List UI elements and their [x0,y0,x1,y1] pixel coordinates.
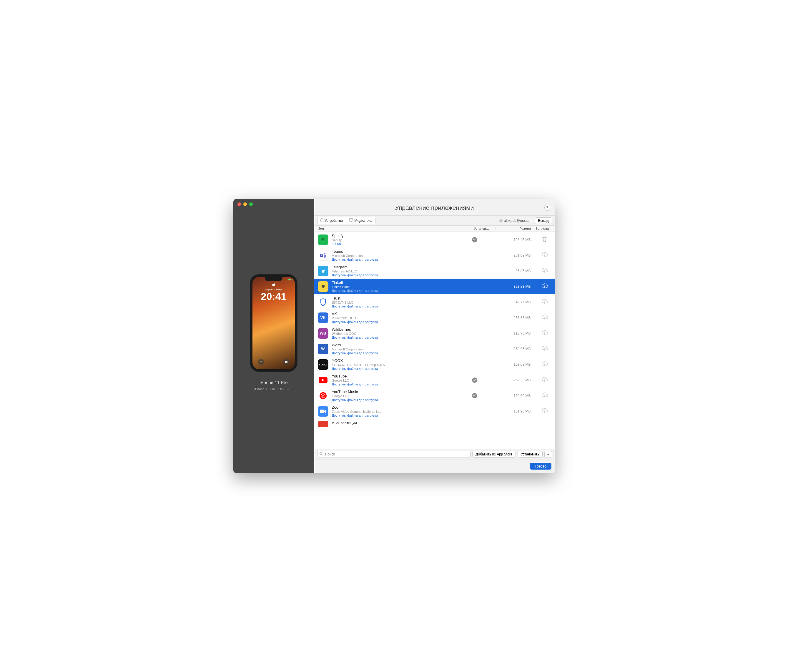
app-name: YouTube [332,374,472,378]
app-publisher: Wildberries OOO [332,332,472,335]
cloud-download-icon[interactable] [540,361,548,368]
device-name: iPhone 11 Pro [259,380,288,385]
cloud-download-icon[interactable] [540,330,548,337]
done-button[interactable]: Готово [530,463,551,470]
app-version-link[interactable]: 8.7.68 [332,242,472,246]
device-tab[interactable]: Устройство [318,217,346,224]
cloud-download-icon[interactable] [540,314,548,321]
installed-check-icon [472,393,477,399]
app-row[interactable]: WBWildberriesWildberries OOOДоступны фай… [314,326,555,341]
app-row[interactable]: VKVKV Kontakte OOOДоступны файлы для заг… [314,310,555,326]
app-row[interactable]: SpotifySpotify8.7.68128.45 MB [314,232,555,248]
svg-point-15 [319,453,322,454]
app-icon [318,281,328,292]
at-icon: @ [499,219,503,223]
close-window-button[interactable] [237,202,241,206]
app-files-link[interactable]: Доступны файлы для загрузки [332,258,472,261]
app-files-link[interactable]: Доступны файлы для загрузки [332,398,472,402]
library-tab-label: Медиатека [354,219,372,223]
page-title: Управление приложениями [314,204,555,211]
trash-icon[interactable] [542,236,547,243]
app-row[interactable]: ZoomZoom Video Communications, Inc.Досту… [314,404,555,419]
app-files-link[interactable]: Доступны файлы для загрузки [332,336,472,339]
cloud-download-icon[interactable] [540,252,548,259]
app-row[interactable]: TinkoffTinkoff BankДоступны файлы для за… [314,279,555,294]
toolbar-right: @ alexpob@me.com Выход [499,218,552,224]
column-download[interactable]: Загрузка [534,227,555,230]
minimize-window-button[interactable] [243,202,247,206]
column-installed[interactable]: Установ… [472,227,496,230]
size-cell: 281.89 MB [496,253,534,257]
app-files-link[interactable]: Доступны файлы для загрузки [332,351,472,355]
app-info: WordMicrosoft CorporationДоступны файлы … [328,343,472,355]
add-from-appstore-button[interactable]: Добавить из App Store [472,451,516,458]
app-row[interactable]: TTeamsMicrosoft CorporationДоступны файл… [314,248,555,263]
app-icon [318,266,328,276]
help-button[interactable]: ? [544,205,550,211]
account-email: alexpob@me.com [504,219,532,223]
app-info: YouTubeGoogle LLCДоступны файлы для загр… [328,374,472,386]
column-name[interactable]: Имя ⌃ [314,227,472,230]
action-cell [534,361,555,368]
app-icon: WB [318,328,328,338]
app-files-link[interactable]: Доступны файлы для загрузки [332,367,472,370]
install-dropdown-button[interactable] [544,451,552,458]
app-files-link[interactable]: Доступны файлы для загрузки [332,305,472,308]
app-info: WildberriesWildberries OOOДоступны файлы… [328,327,472,339]
cloud-download-icon[interactable] [540,392,548,399]
main-panel: Управление приложениями ? Устройство Мед… [314,199,555,473]
phone-date: Вторник, 9 января [265,289,283,291]
size-cell: 262.30 MB [496,378,534,382]
app-name: YouTube Music [332,389,472,394]
app-files-link[interactable]: Доступны файлы для загрузки [332,383,472,386]
app-publisher: SIX DAYS LLC [332,301,472,304]
library-tab[interactable]: Медиатека [346,217,375,224]
app-row[interactable]: TrustSIX DAYS LLCДоступны файлы для загр… [314,294,555,310]
app-row[interactable]: WWordMicrosoft CorporationДоступны файлы… [314,341,555,357]
app-publisher: Spotify [332,238,472,242]
app-name: YOOX [332,358,472,363]
app-name: Spotify [332,234,472,238]
app-icon [318,391,328,401]
device-preview: ▂▄▆ ▮ Вторник, 9 января 20:41 [234,210,314,473]
app-info: YouTube MusicGoogle LLCДоступны файлы дл… [328,389,472,402]
action-cell [534,283,555,290]
phone-dock [253,359,295,365]
search-input[interactable] [317,451,471,458]
cloud-download-icon[interactable] [540,345,548,352]
svg-rect-4 [349,219,353,221]
action-cell [534,267,555,274]
camera-icon [283,359,289,365]
app-files-link[interactable]: Доступны файлы для загрузки [332,289,472,292]
app-list[interactable]: SpotifySpotify8.7.68128.45 MBTTeamsMicro… [314,232,555,449]
svg-point-1 [286,362,287,362]
cloud-download-icon[interactable] [540,299,548,305]
app-info: ZoomZoom Video Communications, Inc.Досту… [328,405,472,417]
install-button[interactable]: Установить [518,451,543,458]
cloud-download-icon[interactable] [540,408,548,415]
size-cell: 258.96 MB [496,347,534,351]
app-files-link[interactable]: Доступны файлы для загрузки [332,414,472,417]
logout-button[interactable]: Выход [535,218,552,224]
size-cell: 108.08 MB [496,362,534,367]
maximize-window-button[interactable] [249,202,253,206]
phone-status-icons: ▂▄▆ ▮ [287,278,292,280]
column-size[interactable]: Размер [496,227,534,230]
cloud-download-icon[interactable] [540,377,548,383]
cloud-download-icon[interactable] [540,283,548,290]
app-row[interactable]: TelegramTelegram FZ-LLCДоступны файлы дл… [314,263,555,279]
svg-point-8 [324,253,326,254]
app-name: Teams [332,249,472,254]
app-files-link[interactable]: Доступны файлы для загрузки [332,320,472,324]
flashlight-icon [258,359,264,365]
app-files-link[interactable]: Доступны файлы для загрузки [332,273,472,277]
app-row[interactable]: А-Инвестиции [314,419,555,427]
cloud-download-icon[interactable] [540,267,548,274]
app-icon [318,297,328,307]
app-row[interactable]: YouTube MusicGoogle LLCДоступны файлы дл… [314,388,555,404]
size-cell: 96.86 MB [496,269,534,273]
app-info: SpotifySpotify8.7.68 [328,234,472,246]
app-info: TelegramTelegram FZ-LLCДоступны файлы дл… [328,265,472,277]
app-row[interactable]: YOOXYOOXYOOX NET-A-PORTER Group S.p.A.До… [314,357,555,372]
app-row[interactable]: YouTubeGoogle LLCДоступны файлы для загр… [314,372,555,388]
